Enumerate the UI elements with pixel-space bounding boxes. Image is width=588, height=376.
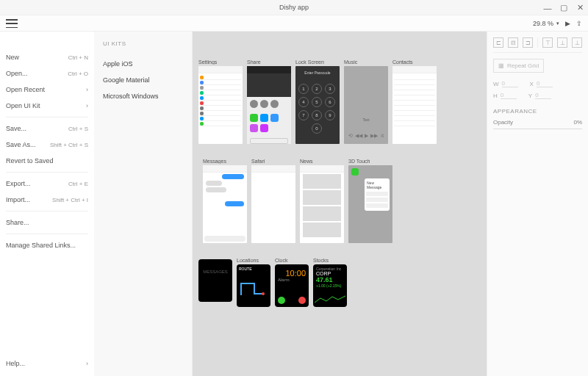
main-menu: NewCtrl + NOpen...Ctrl + OOpen Recent›Op…	[0, 32, 94, 376]
hamburger-icon[interactable]	[6, 19, 18, 28]
align-top-icon[interactable]: ⊤	[542, 37, 553, 48]
menu-item[interactable]: Manage Shared Links...	[6, 237, 88, 253]
align-middle-icon[interactable]: ⊥	[557, 37, 567, 48]
menu-item[interactable]: Share...	[6, 214, 88, 231]
artboard[interactable]: MusicText⟲◀◀▶▶▶⤮	[344, 59, 388, 144]
properties-panel: ⊏ ⊟ ⊐ ⊤ ⊥ ⊥ ▦ Repeat Grid W0 X0 H0 Y0 AP…	[487, 32, 588, 376]
play-icon[interactable]: ▶	[565, 20, 570, 27]
close-button[interactable]: ✕	[572, 0, 588, 15]
artboard[interactable]: Lock ScreenEnter Passcode1234567890	[295, 59, 340, 144]
align-right-icon[interactable]: ⊐	[523, 37, 533, 48]
menu-item[interactable]: Open...Ctrl + O	[6, 65, 88, 82]
menu-item[interactable]: Open UI Kit›	[6, 98, 88, 114]
app-title: Dishy app	[279, 4, 309, 11]
minimize-button[interactable]: —	[539, 0, 556, 15]
menu-item[interactable]: Save As...Shift + Ctrl + S	[6, 137, 88, 153]
menu-item[interactable]: NewCtrl + N	[6, 49, 88, 65]
ui-kits-title: UI KITS	[103, 40, 192, 47]
menu-item[interactable]: Import...Shift + Ctrl + I	[6, 192, 88, 208]
opacity-value: 0%	[573, 119, 582, 126]
align-bottom-icon[interactable]: ⊥	[572, 37, 582, 48]
opacity-slider[interactable]	[493, 129, 582, 129]
align-left-icon[interactable]: ⊏	[493, 37, 503, 48]
appearance-section: APPEARANCE	[493, 108, 582, 115]
artboard[interactable]: 3D TouchNew Message	[348, 159, 392, 243]
artboard[interactable]: News	[300, 159, 344, 243]
opacity-label: Opacity	[493, 119, 513, 126]
artboard[interactable]: Messages	[203, 159, 247, 243]
artboard[interactable]: Share	[247, 59, 291, 144]
artboard[interactable]: Clock10:00Alarm	[275, 258, 309, 307]
artboard[interactable]: MESSAGES	[198, 258, 232, 307]
menu-item-help[interactable]: Help...›	[6, 355, 88, 372]
title-bar: Dishy app — ▢ ✕	[0, 0, 588, 15]
menu-item[interactable]: Export...Ctrl + E	[6, 176, 88, 192]
artboard[interactable]: LocationsROUTE	[237, 258, 270, 307]
artboard[interactable]: Settings	[198, 59, 243, 144]
menu-item[interactable]: Open Recent›	[6, 82, 88, 98]
kit-item[interactable]: Google Material	[103, 72, 192, 88]
artboard[interactable]: Safari	[251, 159, 295, 243]
repeat-grid-button[interactable]: ▦ Repeat Grid	[493, 59, 544, 73]
artboard[interactable]: Contacts	[392, 59, 437, 144]
ui-kits-panel: UI KITS Apple iOSGoogle MaterialMicrosof…	[94, 32, 193, 376]
menu-item[interactable]: Save...Ctrl + S	[6, 120, 88, 137]
menu-item[interactable]: Revert to Saved	[6, 153, 88, 169]
canvas[interactable]: SettingsShareLock ScreenEnter Passcode12…	[193, 32, 487, 376]
share-icon[interactable]: ⇪	[576, 20, 582, 27]
artboard[interactable]: StocksCorporation IncCORP47.61+1.00 (+2.…	[313, 258, 347, 307]
svg-point-0	[262, 292, 265, 295]
toolbar: 29.8 %▾ ▶ ⇪	[0, 15, 588, 32]
kit-item[interactable]: Microsoft Windows	[103, 88, 192, 104]
restore-button[interactable]: ▢	[556, 0, 572, 15]
align-center-icon[interactable]: ⊟	[508, 37, 518, 48]
kit-item[interactable]: Apple iOS	[103, 56, 192, 72]
zoom-control[interactable]: 29.8 %▾	[533, 20, 559, 27]
